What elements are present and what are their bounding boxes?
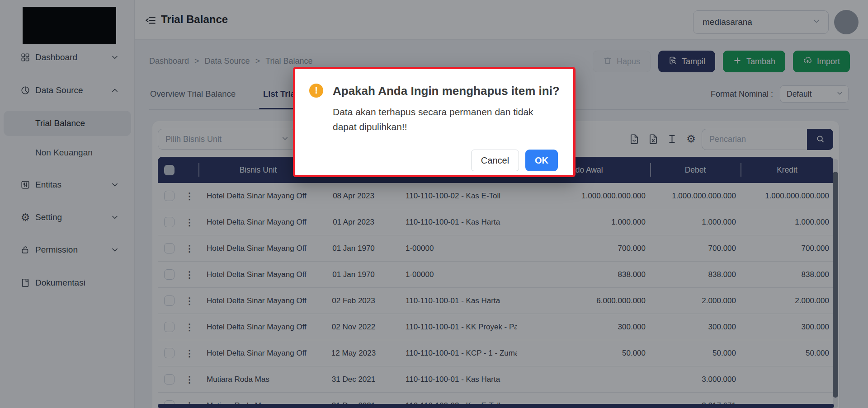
warning-icon: ! — [309, 84, 323, 98]
delete-confirm-modal: ! Apakah Anda Ingin menghapus item ini? … — [293, 67, 576, 177]
modal-body-text: Data akan terhapus secara permanen dan t… — [333, 104, 545, 134]
app-root: DashboardData SourceTrial BalanceNon Keu… — [0, 0, 868, 408]
cancel-button[interactable]: Cancel — [471, 150, 519, 171]
modal-backdrop — [0, 0, 868, 408]
ok-button[interactable]: OK — [525, 150, 558, 171]
modal-title: Apakah Anda Ingin menghapus item ini? — [333, 84, 560, 98]
